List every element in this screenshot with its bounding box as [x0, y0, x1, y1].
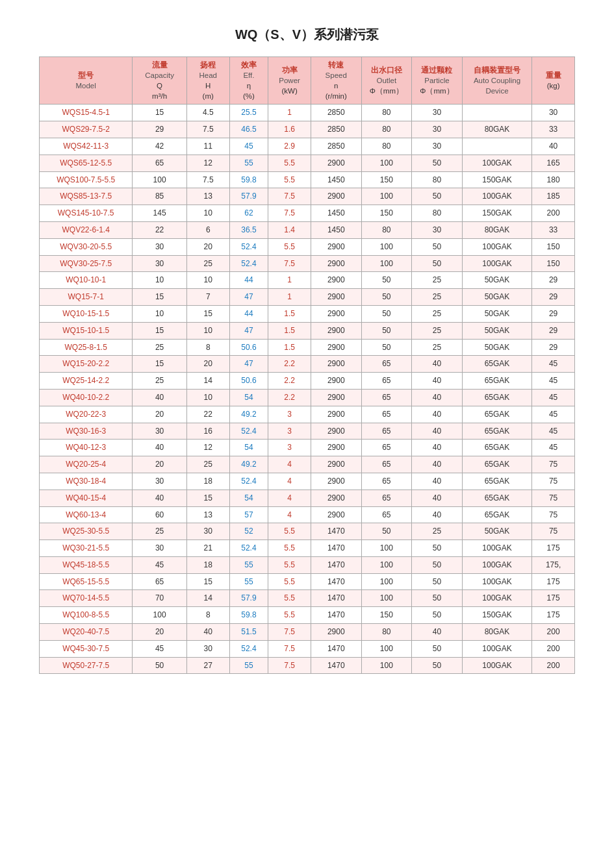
table-cell: 65 [361, 440, 412, 456]
table-cell: 1.6 [268, 121, 311, 138]
table-cell: 75 [532, 523, 575, 540]
table-cell: 46.5 [229, 121, 268, 138]
table-cell: 100GAK [462, 640, 531, 657]
table-cell: 2900 [311, 406, 361, 423]
table-cell: 10 [186, 322, 229, 339]
table-cell: 59.8 [229, 607, 268, 624]
table-row: WQ45-30-7.5453052.47.5147010050100GAK200 [40, 640, 575, 657]
table-row: WQ20-40-7.5204051.57.52900804080GAK200 [40, 624, 575, 641]
table-cell: 150GAK [462, 205, 531, 222]
table-cell: 10 [186, 389, 229, 406]
table-row: WQ25-14-2.2251450.62.22900654065GAK45 [40, 373, 575, 390]
table-row: WQ70-14-5.5701457.95.5147010050100GAK175 [40, 590, 575, 607]
table-cell: 50GAK [462, 339, 531, 356]
table-cell: 7.5 [186, 171, 229, 188]
table-cell: 7 [186, 289, 229, 306]
table-cell: 50GAK [462, 523, 531, 540]
table-cell: WQ40-12-3 [40, 440, 133, 456]
table-cell: 10 [133, 305, 187, 322]
table-cell: 33 [532, 221, 575, 238]
table-cell: 65 [361, 490, 412, 506]
table-cell: WQ30-16-3 [40, 423, 133, 440]
table-cell: WQ15-20-2.2 [40, 356, 133, 373]
table-cell: 5.5 [268, 523, 311, 540]
table-cell: 42 [133, 138, 187, 155]
table-cell: 25 [412, 305, 463, 322]
table-cell: 3 [268, 406, 311, 423]
table-cell: 50 [412, 607, 463, 624]
table-cell: 185 [532, 188, 575, 205]
table-cell: 45 [532, 373, 575, 390]
table-cell: 2.2 [268, 373, 311, 390]
table-cell: 50.6 [229, 339, 268, 356]
table-cell: 1470 [311, 556, 361, 573]
table-cell: 1.5 [268, 305, 311, 322]
table-cell: 3 [268, 440, 311, 456]
table-cell: 80 [361, 221, 412, 238]
table-cell: 50GAK [462, 322, 531, 339]
table-cell: 11 [186, 138, 229, 155]
table-cell: 5.5 [268, 590, 311, 607]
table-cell: 2.9 [268, 138, 311, 155]
header-speed: 转速 Speed n (r/min) [311, 57, 361, 105]
table-cell: 54 [229, 389, 268, 406]
table-cell: 54 [229, 490, 268, 506]
table-cell: 40 [412, 423, 463, 440]
table-cell: 25 [412, 523, 463, 540]
table-cell: 5.5 [268, 573, 311, 590]
table-cell: WQS29-7.5-2 [40, 121, 133, 138]
table-cell: 57 [229, 506, 268, 523]
table-cell: 7.5 [268, 624, 311, 641]
table-cell: 1470 [311, 640, 361, 657]
table-cell: WQ20-22-3 [40, 406, 133, 423]
table-cell: 47 [229, 322, 268, 339]
table-cell: 50GAK [462, 272, 531, 289]
table-cell: 44 [229, 272, 268, 289]
table-cell: 40 [133, 490, 187, 506]
table-cell: 1470 [311, 523, 361, 540]
table-cell: 1.4 [268, 221, 311, 238]
table-cell: 200 [532, 205, 575, 222]
table-cell: 30 [412, 138, 463, 155]
table-cell: 5.5 [268, 238, 311, 255]
table-cell: 30 [412, 121, 463, 138]
table-cell: 65 [361, 356, 412, 373]
table-cell: 65 [361, 423, 412, 440]
table-cell: 100 [361, 540, 412, 557]
table-cell: 50 [412, 188, 463, 205]
table-cell: 2900 [311, 624, 361, 641]
table-cell: 100GAK [462, 573, 531, 590]
header-weight: 重量 (kg) [532, 57, 575, 105]
table-cell: 1.5 [268, 339, 311, 356]
table-cell: 2900 [311, 389, 361, 406]
table-cell: 45 [532, 356, 575, 373]
table-cell: 1 [268, 272, 311, 289]
table-cell: 2850 [311, 105, 361, 121]
table-cell: 2900 [311, 490, 361, 506]
table-cell: WQ25-14-2.2 [40, 373, 133, 390]
table-cell: 40 [532, 138, 575, 155]
table-cell: 80GAK [462, 221, 531, 238]
table-cell: 75 [532, 490, 575, 506]
table-cell: 4 [268, 490, 311, 506]
table-cell: 13 [186, 506, 229, 523]
table-row: WQ40-10-2.24010542.22900654065GAK45 [40, 389, 575, 406]
table-cell: 50 [412, 573, 463, 590]
table-cell: 20 [133, 624, 187, 641]
table-cell: 2900 [311, 373, 361, 390]
table-cell: 7.5 [268, 255, 311, 272]
table-cell: 5.5 [268, 171, 311, 188]
header-head: 扬程 Head H (m) [186, 57, 229, 105]
table-cell: 45 [133, 640, 187, 657]
table-cell: 4 [268, 506, 311, 523]
table-cell: 7.5 [186, 121, 229, 138]
table-cell: 30 [133, 473, 187, 490]
table-cell: 36.5 [229, 221, 268, 238]
table-cell: 50 [412, 238, 463, 255]
table-cell: 8 [186, 607, 229, 624]
table-cell: 2.2 [268, 389, 311, 406]
table-cell: 50GAK [462, 289, 531, 306]
header-power: 功率 Power (kW) [268, 57, 311, 105]
table-cell: 80 [412, 171, 463, 188]
table-cell: 2.2 [268, 356, 311, 373]
